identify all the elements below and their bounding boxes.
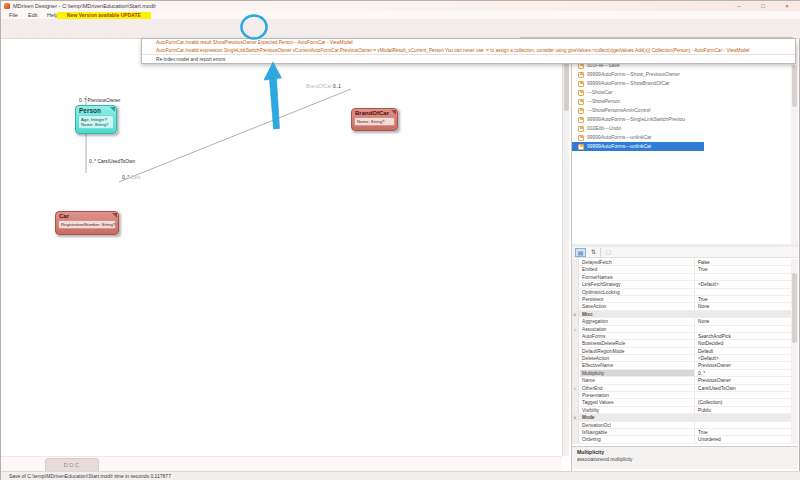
expand-icon[interactable] xyxy=(572,407,579,413)
property-row[interactable]: IsNavigable True xyxy=(572,429,791,436)
property-value[interactable]: <Default> xyxy=(698,281,719,288)
expand-icon[interactable] xyxy=(572,340,579,346)
property-value[interactable]: None xyxy=(698,318,709,325)
property-row[interactable]: › Association xyxy=(572,326,791,333)
property-value[interactable]: None xyxy=(698,303,709,310)
property-row[interactable]: EffectiveName PreviousOwner xyxy=(572,362,791,369)
expand-icon[interactable] xyxy=(572,370,579,376)
attribute[interactable]: RegistrationNumber: String? xyxy=(61,222,113,228)
expand-icon[interactable]: › xyxy=(572,385,579,391)
property-row[interactable]: › OtherEnd CarsIUsedToOwn xyxy=(572,385,791,392)
expand-icon[interactable] xyxy=(572,392,579,398)
menu-edit[interactable]: Edit xyxy=(28,11,37,19)
property-value[interactable]: Unordered xyxy=(698,436,721,443)
property-row[interactable]: Presentation xyxy=(572,392,791,399)
attribute[interactable]: Name: String? xyxy=(357,119,392,125)
expand-icon[interactable] xyxy=(572,333,579,339)
property-row[interactable]: FormerNames xyxy=(572,274,791,281)
property-row[interactable]: LinkFetchStrategy <Default> xyxy=(572,281,791,288)
association-end-cars[interactable]: 0..* Cars xyxy=(122,175,141,180)
property-value[interactable]: SearchAndPick xyxy=(698,333,731,340)
maximize-button[interactable]: □ xyxy=(753,1,773,11)
expand-icon[interactable] xyxy=(572,274,579,280)
menu-file[interactable]: File xyxy=(9,11,18,19)
scrollbar-thumb[interactable] xyxy=(792,65,797,107)
list-item[interactable]: 002Edit---Undo xyxy=(572,124,791,133)
expand-icon[interactable] xyxy=(572,289,579,295)
expand-icon[interactable]: ∨ xyxy=(572,311,579,317)
property-value[interactable]: PreviousOwner xyxy=(698,377,731,384)
property-row[interactable]: Name PreviousOwner xyxy=(572,377,791,384)
error-item[interactable]: AutoFormCar.Invalid result ShowPreviousO… xyxy=(142,39,795,47)
property-grid-scrollbar[interactable] xyxy=(791,259,798,444)
reindex-action[interactable]: Re-Index model and report errors xyxy=(142,54,795,63)
property-row[interactable]: Aggregation None xyxy=(572,318,791,325)
property-row[interactable]: SaveAction None xyxy=(572,303,791,310)
association-end-previousowner[interactable]: 0..* PreviousOwner xyxy=(79,98,120,103)
property-row[interactable]: OptimisticLocking xyxy=(572,289,791,296)
expand-icon[interactable] xyxy=(572,303,579,309)
attribute[interactable]: Name: String? xyxy=(81,122,111,128)
class-box-car[interactable]: Car RegistrationNumber: String? xyxy=(55,211,119,235)
property-row[interactable]: DerivationOcl xyxy=(572,422,791,429)
expand-icon[interactable] xyxy=(572,281,579,287)
association-end-carsiusedtoown[interactable]: 0..* CarsIUsedToOwn xyxy=(89,159,135,164)
property-category-row[interactable]: ∨ Mode xyxy=(572,414,791,421)
property-row[interactable]: DefaultRegionMode Default xyxy=(572,348,791,355)
property-value[interactable]: CarsIUsedToOwn xyxy=(698,385,736,392)
canvas-vertical-scrollbar[interactable] xyxy=(562,49,569,456)
expand-icon[interactable]: › xyxy=(572,326,579,332)
list-item[interactable]: 99999AutoForms---ShowBrandOfCar xyxy=(572,79,791,88)
property-row[interactable]: Multiplicity 0..* xyxy=(572,370,791,377)
property-value[interactable]: Public xyxy=(698,407,711,414)
class-box-person[interactable]: Person Age: Integer? Name: String? xyxy=(75,105,117,134)
expand-icon[interactable] xyxy=(572,348,579,354)
close-button[interactable]: × xyxy=(777,1,797,11)
property-category-row[interactable]: ∨ Misc xyxy=(572,311,791,318)
property-value[interactable]: False xyxy=(698,259,710,266)
property-value[interactable]: True xyxy=(698,266,708,273)
list-item[interactable]: 99999AutoForms---Show_PreviousOwner xyxy=(572,70,791,79)
expand-icon[interactable] xyxy=(572,362,579,368)
list-item[interactable]: ---ShowPersonsAminControl xyxy=(572,106,791,115)
property-row[interactable]: DelayedFetch False xyxy=(572,259,791,266)
minimize-button[interactable]: – xyxy=(729,1,749,11)
property-value[interactable]: NotDecided xyxy=(698,340,723,347)
diagram-canvas[interactable]: Person Age: Integer? Name: String? Car R… xyxy=(1,39,571,456)
property-value[interactable]: True xyxy=(698,296,708,303)
expand-icon[interactable] xyxy=(572,266,579,272)
expand-icon[interactable] xyxy=(572,355,579,361)
list-item[interactable]: 99999AutoForms---unlinkCar xyxy=(572,133,791,142)
property-row[interactable]: AutoForms SearchAndPick xyxy=(572,333,791,340)
categorized-view-button[interactable]: ▤ xyxy=(575,248,586,257)
update-available-badge[interactable]: New Version available UPDATE xyxy=(57,12,151,19)
scrollbar-thumb[interactable] xyxy=(792,273,797,343)
property-value[interactable]: Default xyxy=(698,348,713,355)
property-value[interactable]: PreviousOwner xyxy=(698,362,731,369)
property-row[interactable]: Persistent True xyxy=(572,296,791,303)
property-value[interactable]: <Default> xyxy=(698,355,719,362)
property-row[interactable]: Tagged Values (Collection) xyxy=(572,399,791,406)
list-item[interactable]: ---ShowPerson xyxy=(572,97,791,106)
association-end-brandofcar[interactable]: BrandOfCar 0..1 xyxy=(306,84,341,89)
property-value[interactable]: 0..* xyxy=(698,370,705,377)
expand-icon[interactable] xyxy=(572,296,579,302)
list-item[interactable]: 99999AutoForms---SingleLinkSwitchPreviou xyxy=(572,115,791,124)
expand-icon[interactable] xyxy=(572,259,579,265)
property-row[interactable]: Ordering Unordered xyxy=(572,436,791,443)
class-box-brandofcar[interactable]: BrandOfCar Name: String? xyxy=(351,108,398,131)
tab-doc[interactable]: DOC xyxy=(45,458,99,472)
property-value[interactable]: True xyxy=(698,429,708,436)
property-value[interactable]: (Collection) xyxy=(698,399,722,406)
alphabetical-sort-button[interactable]: ⇅ xyxy=(588,248,599,257)
property-pages-button[interactable]: ▢ xyxy=(603,248,614,257)
expand-icon[interactable] xyxy=(572,399,579,405)
expand-icon[interactable] xyxy=(572,429,579,435)
expand-icon[interactable] xyxy=(572,422,579,428)
expand-icon[interactable] xyxy=(572,436,579,442)
list-item[interactable]: 99999AutoForms---unlinkCar xyxy=(572,142,704,151)
property-row[interactable]: Visibility Public xyxy=(572,407,791,414)
list-item[interactable]: ---ShowCar xyxy=(572,88,791,97)
expand-icon[interactable]: ∨ xyxy=(572,414,579,420)
expand-icon[interactable] xyxy=(572,377,579,383)
